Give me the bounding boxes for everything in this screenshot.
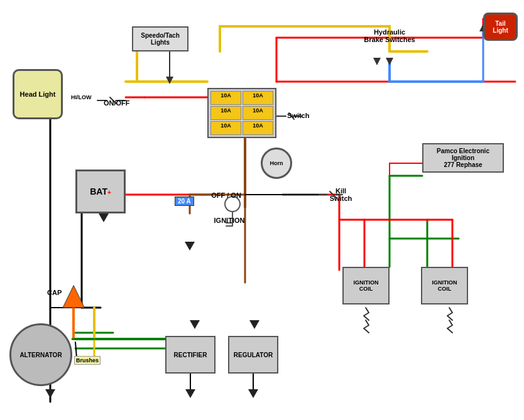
kill-switch-label: KillSwitch: [324, 187, 358, 202]
taillight-label: TailLight: [493, 20, 508, 34]
alternator-label: ALTERNATOR: [19, 352, 62, 358]
alternator: ALTERNATOR: [9, 323, 72, 386]
fuse-3: 10A: [210, 106, 241, 120]
fuse-1: 10A: [210, 91, 241, 105]
cap-label: CAP: [47, 289, 62, 296]
fuse-2: 10A: [243, 91, 273, 105]
regulator: REGULATOR: [228, 336, 278, 374]
ignition-coil-left-label: IGNITIONCOIL: [354, 279, 379, 292]
rectifier-label: RECTIFIER: [174, 352, 207, 358]
on-off-label: ON/OFF: [104, 99, 130, 107]
hi-low-label: HI/LOW: [71, 94, 92, 100]
off-on-label: OFF / ON: [201, 191, 251, 199]
hydraulic-label: HydraulicBrake Switches: [349, 28, 430, 43]
fuse-5: 10A: [210, 121, 241, 135]
switch-label: Switch: [287, 112, 309, 119]
ignition-label: IGNITION: [207, 217, 251, 224]
regulator-label: REGULATOR: [234, 352, 273, 358]
pamco-label: Pamco ElectronicIgnition277 Rephase: [437, 148, 489, 168]
pamco-box: Pamco ElectronicIgnition277 Rephase: [422, 143, 504, 173]
horn: Horn: [261, 148, 292, 179]
fuse-6: 10A: [243, 121, 273, 135]
headlight-label: Head Light: [20, 90, 56, 98]
speedo-tach-label: Speedo/TachLights: [141, 32, 180, 46]
ignition-coil-right-label: IGNITIONCOIL: [432, 279, 457, 292]
headlight: Head Light: [13, 69, 63, 119]
battery: BAT+: [75, 170, 126, 213]
horn-label: Horn: [270, 160, 283, 166]
ignition-coil-right: IGNITIONCOIL: [421, 267, 468, 304]
ignition-coil-left: IGNITIONCOIL: [342, 267, 390, 304]
fuse-20a-label: 20 A: [175, 197, 194, 206]
rectifier: RECTIFIER: [165, 336, 216, 374]
battery-label: BAT+: [90, 186, 111, 197]
taillight: TailLight: [483, 13, 518, 41]
brushes-label: Brushes: [74, 356, 101, 365]
fuse-4: 10A: [243, 106, 273, 120]
fuse-box: 10A 10A 10A 10A 10A 10A: [207, 88, 276, 138]
speedo-tach-box: Speedo/TachLights: [132, 26, 188, 51]
hydraulic-text: HydraulicBrake Switches: [364, 28, 415, 43]
